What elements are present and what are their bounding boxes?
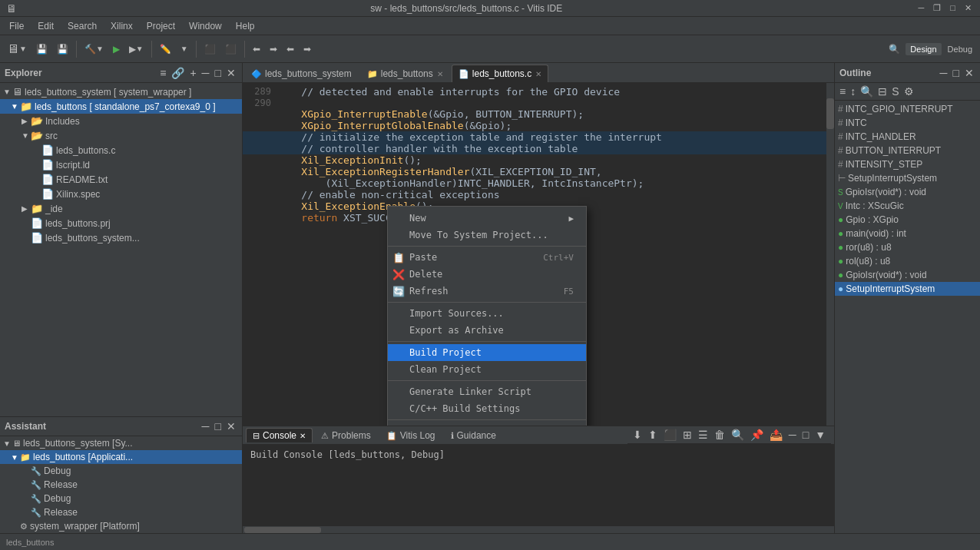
editor-scrollbar[interactable] <box>826 83 834 426</box>
menu-search[interactable]: Search <box>61 19 103 33</box>
console-export-icon[interactable]: 📤 <box>767 428 785 442</box>
menu-file[interactable]: File <box>3 19 30 33</box>
bottom-tab-vitis-log[interactable]: 📋 Vitis Log <box>379 428 442 442</box>
toolbar-last-edit[interactable]: ⬅ <box>283 41 298 57</box>
tree-item-ide[interactable]: ▶ 📁 _ide <box>0 201 242 216</box>
console-scrollbar[interactable] <box>243 525 834 533</box>
console-filter-icon[interactable]: 🔍 <box>729 428 747 442</box>
bottom-tab-console[interactable]: ⊟ Console ✕ <box>246 428 313 442</box>
console-maximize-icon[interactable]: □ <box>800 428 811 442</box>
tab-system[interactable]: 🔷 leds_buttons_system <box>244 65 359 82</box>
toolbar-run[interactable]: ▶▼ <box>125 41 147 57</box>
tree-item-system[interactable]: ▼ 🖥 leds_buttons_system [ system_wrapper… <box>0 84 242 99</box>
ctx-build-settings[interactable]: C/C++ Build Settings <box>388 400 586 417</box>
assistant-system[interactable]: ▼ 🖥 leds_buttons_system [Sy... <box>0 436 242 450</box>
ctx-linker[interactable]: Generate Linker Script <box>388 383 586 400</box>
tab-c-close[interactable]: ✕ <box>535 70 541 78</box>
bottom-tab-problems[interactable]: ⚠ Problems <box>314 428 378 442</box>
toolbar-new[interactable]: 🖥▼ <box>3 40 31 58</box>
tree-item-src[interactable]: ▼ 📂 src <box>0 128 242 143</box>
toolbar-save-all[interactable]: 💾 <box>53 41 72 57</box>
menu-help[interactable]: Help <box>230 19 261 33</box>
outline-close-icon[interactable]: ✕ <box>963 66 975 80</box>
toolbar-edit-dd[interactable]: ▼ <box>177 42 192 55</box>
outline-minimize-icon[interactable]: ─ <box>939 66 949 80</box>
outline-item-setup-selected[interactable]: ● SetupInterruptSystem <box>835 282 980 296</box>
tab-buttons[interactable]: 📁 leds_buttons ✕ <box>360 65 450 82</box>
console-duplicate-icon[interactable]: ⊞ <box>680 428 694 442</box>
assistant-close-icon[interactable]: ✕ <box>225 419 237 433</box>
console-options-icon[interactable]: ▼ <box>813 428 828 442</box>
tree-item-app[interactable]: ▼ 📁 leds_buttons [ standalone_ps7_cortex… <box>0 99 242 114</box>
outline-sort-icon[interactable]: ↕ <box>849 84 857 98</box>
menu-window[interactable]: Window <box>183 19 228 33</box>
toolbar-step[interactable]: ⬛ <box>200 41 220 57</box>
close-button[interactable]: ✕ <box>962 3 974 13</box>
console-close-icon[interactable]: ✕ <box>300 432 306 440</box>
console-up-icon[interactable]: ⬆ <box>646 428 660 442</box>
ctx-import[interactable]: Import Sources... <box>388 305 586 322</box>
minimize-button[interactable]: ─ <box>916 3 927 13</box>
ctx-clean[interactable]: Clean Project <box>388 361 586 378</box>
ctx-build[interactable]: Build Project <box>388 344 586 361</box>
toolbar-save[interactable]: 💾 <box>32 41 51 57</box>
explorer-minimize-icon[interactable]: ─ <box>200 66 211 80</box>
ctx-move[interactable]: Move To System Project... <box>388 227 586 244</box>
outline-collapse-icon[interactable]: ≡ <box>838 84 847 98</box>
toolbar-design[interactable]: Design <box>906 43 941 55</box>
explorer-link-icon[interactable]: 🔗 <box>170 66 186 80</box>
assistant-platform[interactable]: ⚙ system_wrapper [Platform] <box>0 519 242 533</box>
menu-xilinx[interactable]: Xilinx <box>104 19 139 33</box>
toolbar-fwd[interactable]: ➡ <box>266 41 281 57</box>
console-minimize-icon[interactable]: ─ <box>786 428 799 442</box>
ctx-paste[interactable]: 📋 Paste Ctrl+V <box>388 249 586 266</box>
outline-settings-icon[interactable]: ⚙ <box>902 84 915 98</box>
tab-c-file[interactable]: 📄 leds_buttons.c ✕ <box>452 65 548 82</box>
tree-item-system-file[interactable]: 📄 leds_buttons_system... <box>0 230 242 245</box>
console-layout-icon[interactable]: ☰ <box>696 428 710 442</box>
outline-filter-icon[interactable]: 🔍 <box>859 84 875 98</box>
menu-project[interactable]: Project <box>141 19 181 33</box>
console-scrollbar-thumb[interactable] <box>244 527 321 533</box>
tree-item-lscript[interactable]: 📄 lscript.ld <box>0 157 242 172</box>
tree-item-readme[interactable]: 📄 README.txt <box>0 172 242 187</box>
menu-edit[interactable]: Edit <box>31 19 60 33</box>
ctx-delete[interactable]: ❌ Delete <box>388 266 586 283</box>
toolbar-edit[interactable]: ✏️ <box>156 41 175 57</box>
code-editor[interactable]: 289 // detected and enable interrupts fo… <box>243 83 834 426</box>
toolbar-debug[interactable]: ▶ <box>109 41 124 57</box>
outline-hide-static-icon[interactable]: S <box>890 84 900 98</box>
ctx-team[interactable]: Team ▶ <box>388 422 586 426</box>
tree-item-xilinx-spec[interactable]: 📄 Xilinx.spec <box>0 187 242 201</box>
toolbar-search[interactable]: 🔍 <box>885 41 904 57</box>
assistant-release-1[interactable]: 🔧 Release <box>0 478 242 492</box>
restore-button[interactable]: ❐ <box>931 3 943 13</box>
explorer-collapse-icon[interactable]: ≡ <box>158 66 167 80</box>
tree-item-includes[interactable]: ▶ 📂 Includes <box>0 114 242 128</box>
toolbar-step2[interactable]: ⬛ <box>221 41 240 57</box>
ctx-export[interactable]: Export as Archive <box>388 322 586 339</box>
maximize-button[interactable]: □ <box>948 3 958 13</box>
console-down-icon[interactable]: ⬇ <box>631 428 644 442</box>
console-clear-icon[interactable]: 🗑 <box>712 428 727 442</box>
explorer-maximize-icon[interactable]: □ <box>214 66 223 80</box>
toolbar-build[interactable]: 🔨▼ <box>81 41 108 57</box>
assistant-release-2[interactable]: 🔧 Release <box>0 505 242 519</box>
assistant-debug-2[interactable]: 🔧 Debug <box>0 492 242 505</box>
ctx-new[interactable]: New ▶ <box>388 210 586 227</box>
editor-scrollbar-thumb[interactable] <box>826 98 834 129</box>
toolbar-debug-mode[interactable]: Debug <box>943 43 977 55</box>
outline-maximize-icon[interactable]: □ <box>952 66 961 80</box>
tree-item-leds-c[interactable]: 📄 leds_buttons.c <box>0 143 242 157</box>
toolbar-next-edit[interactable]: ➡ <box>300 41 315 57</box>
bottom-tab-guidance[interactable]: ℹ Guidance <box>444 428 503 442</box>
tab-buttons-close[interactable]: ✕ <box>437 70 443 78</box>
explorer-close-icon[interactable]: ✕ <box>225 66 237 80</box>
console-stop-icon[interactable]: ⬛ <box>661 428 679 442</box>
assistant-maximize-icon[interactable]: □ <box>214 419 223 433</box>
explorer-new-icon[interactable]: + <box>188 66 197 80</box>
assistant-debug-1[interactable]: 🔧 Debug <box>0 464 242 478</box>
assistant-minimize-icon[interactable]: ─ <box>200 419 211 433</box>
tree-item-prj[interactable]: 📄 leds_buttons.prj <box>0 216 242 230</box>
toolbar-back[interactable]: ⬅ <box>249 41 264 57</box>
